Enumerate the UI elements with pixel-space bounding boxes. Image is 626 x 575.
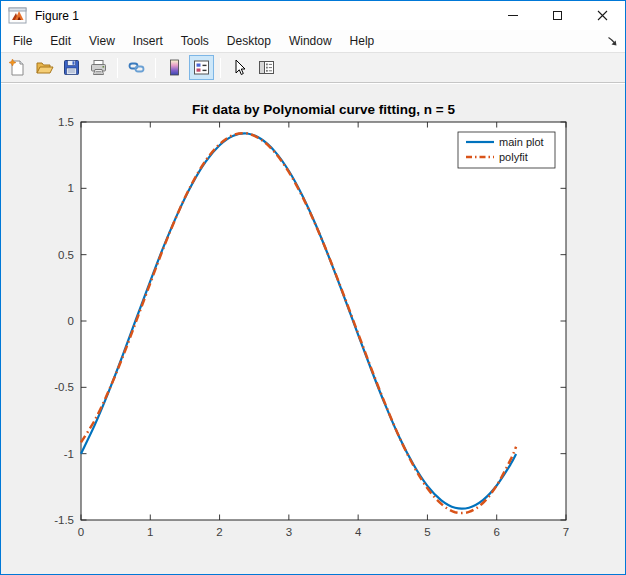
y-tick-label: 1 (68, 182, 74, 194)
titlebar: Figure 1 (1, 1, 625, 30)
new-document-icon (8, 58, 27, 77)
menu-window[interactable]: Window (280, 31, 341, 51)
floppy-disk-icon (62, 58, 81, 77)
toolbar-separator (117, 58, 118, 78)
printer-icon (89, 58, 108, 77)
y-tick-label: -1 (64, 448, 74, 460)
maximize-icon (553, 11, 562, 20)
y-tick-label: -1.5 (54, 514, 74, 526)
dock-figure-button[interactable] (607, 36, 625, 47)
minimize-button[interactable] (490, 1, 535, 30)
window-controls (490, 1, 625, 30)
y-tick-label: 1.5 (58, 116, 74, 128)
x-tick-label: 5 (424, 526, 430, 538)
matlab-logo-icon (8, 7, 28, 24)
legend-label: main plot (499, 136, 544, 148)
legend-box[interactable]: main plotpolyfit (458, 132, 555, 168)
chain-link-icon (127, 58, 146, 77)
property-inspector-icon (257, 58, 276, 77)
matlab-app-icon[interactable] (8, 7, 28, 24)
legend-icon (192, 58, 211, 77)
menubar: File Edit View Insert Tools Desktop Wind… (1, 30, 625, 52)
figure-toolbar (1, 52, 625, 83)
menu-file[interactable]: File (4, 31, 41, 51)
y-tick-label: -0.5 (54, 381, 74, 393)
chart: Fit data by Polynomial curve fitting, n … (1, 84, 625, 574)
colorbar-icon (165, 58, 184, 77)
x-tick-label: 6 (494, 526, 500, 538)
menu-tools[interactable]: Tools (172, 31, 218, 51)
x-tick-label: 1 (147, 526, 153, 538)
cursor-arrow-icon (230, 58, 249, 77)
print-figure-button[interactable] (86, 55, 111, 80)
menu-view[interactable]: View (80, 31, 124, 51)
figure-window: Figure 1 File Edit View Insert Tools Des… (0, 0, 626, 575)
chart-title: Fit data by Polynomial curve fitting, n … (192, 102, 455, 117)
edit-plot-button[interactable] (227, 55, 252, 80)
open-file-button[interactable] (32, 55, 57, 80)
y-tick-label: 0.5 (58, 249, 74, 261)
x-tick-label: 0 (78, 526, 84, 538)
menu-help[interactable]: Help (341, 31, 384, 51)
close-button[interactable] (580, 1, 625, 30)
new-figure-button[interactable] (5, 55, 30, 80)
dock-figure-arrow-icon (607, 36, 618, 47)
save-figure-button[interactable] (59, 55, 84, 80)
open-folder-icon (35, 58, 54, 77)
insert-legend-button[interactable] (189, 55, 214, 80)
minimize-icon (508, 15, 518, 16)
x-tick-label: 2 (216, 526, 222, 538)
close-icon (597, 10, 608, 21)
toolbar-separator (155, 58, 156, 78)
insert-colorbar-button[interactable] (162, 55, 187, 80)
menu-edit[interactable]: Edit (41, 31, 80, 51)
menu-insert[interactable]: Insert (124, 31, 172, 51)
link-plot-button[interactable] (124, 55, 149, 80)
property-inspector-button[interactable] (254, 55, 279, 80)
toolbar-separator (220, 58, 221, 78)
x-tick-label: 4 (355, 526, 362, 538)
menu-desktop[interactable]: Desktop (218, 31, 280, 51)
x-tick-label: 7 (563, 526, 569, 538)
figure-canvas: Fit data by Polynomial curve fitting, n … (1, 84, 625, 574)
y-tick-label: 0 (68, 315, 74, 327)
window-title: Figure 1 (35, 9, 490, 23)
plot-area[interactable] (81, 122, 566, 520)
x-tick-label: 3 (286, 526, 292, 538)
legend-label: polyfit (499, 151, 528, 163)
maximize-button[interactable] (535, 1, 580, 30)
